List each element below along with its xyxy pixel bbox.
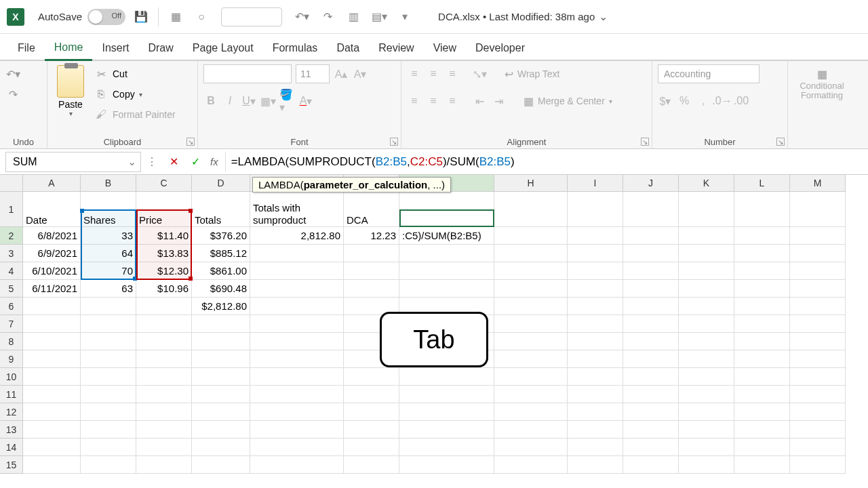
comma-icon[interactable]: , — [696, 94, 711, 108]
row-header[interactable]: 2 — [0, 227, 23, 245]
cell[interactable]: 6/8/2021 — [23, 227, 81, 245]
align-center-icon[interactable]: ≡ — [426, 94, 441, 108]
dialog-launcher-icon[interactable]: ↘ — [776, 138, 785, 146]
row-header[interactable]: 7 — [0, 315, 23, 333]
column-header[interactable]: H — [494, 175, 568, 192]
cell[interactable] — [734, 368, 790, 386]
cell[interactable]: Totals with sumproduct — [250, 192, 344, 227]
cell[interactable] — [494, 439, 568, 456]
cell[interactable] — [136, 315, 192, 333]
cell[interactable] — [494, 456, 568, 474]
row-header[interactable]: 3 — [0, 245, 23, 262]
cell[interactable] — [192, 456, 250, 474]
cell[interactable] — [23, 456, 81, 474]
cell[interactable] — [568, 456, 623, 474]
tab-file[interactable]: File — [8, 37, 45, 60]
cell[interactable] — [679, 262, 734, 280]
cell[interactable] — [790, 192, 846, 227]
tab-formulas[interactable]: Formulas — [263, 37, 328, 60]
cell[interactable] — [192, 350, 250, 368]
increase-font-icon[interactable]: A▴ — [334, 66, 349, 81]
cell[interactable]: Price — [136, 192, 192, 227]
cell[interactable]: DCA with LAMBDA — [399, 192, 494, 227]
cell[interactable] — [250, 386, 344, 403]
cell[interactable] — [81, 368, 136, 386]
cell[interactable] — [192, 368, 250, 386]
cell[interactable] — [81, 298, 136, 315]
undo-icon[interactable]: ↶▾ — [5, 66, 20, 81]
align-top-icon[interactable]: ≡ — [407, 66, 422, 81]
font-color-icon[interactable]: A▾ — [298, 94, 313, 108]
cell[interactable] — [23, 421, 81, 439]
row-header[interactable]: 9 — [0, 350, 23, 368]
cell[interactable] — [250, 403, 344, 421]
cell[interactable] — [136, 456, 192, 474]
cell[interactable] — [568, 386, 623, 403]
tab-data[interactable]: Data — [327, 37, 369, 60]
cell[interactable] — [344, 386, 399, 403]
cell[interactable] — [136, 386, 192, 403]
chevron-down-icon[interactable]: ▾ — [69, 110, 73, 117]
cell[interactable] — [790, 403, 846, 421]
cell[interactable] — [81, 315, 136, 333]
cell[interactable]: Shares — [81, 192, 136, 227]
cell[interactable]: $10.96 — [136, 280, 192, 298]
cell[interactable] — [250, 280, 344, 298]
cell[interactable] — [734, 333, 790, 350]
cell[interactable] — [623, 368, 679, 386]
cell[interactable]: 6/11/2021 — [23, 280, 81, 298]
cell[interactable] — [494, 262, 568, 280]
select-all-corner[interactable] — [0, 175, 23, 192]
cell[interactable] — [623, 280, 679, 298]
cell[interactable] — [679, 227, 734, 245]
cell[interactable] — [623, 262, 679, 280]
cell[interactable] — [568, 298, 623, 315]
cell[interactable]: 12.23 — [344, 227, 399, 245]
cell[interactable] — [623, 227, 679, 245]
cell[interactable] — [81, 456, 136, 474]
cell[interactable]: $861.00 — [192, 262, 250, 280]
dialog-launcher-icon[interactable]: ↘ — [390, 138, 398, 146]
cell[interactable] — [623, 315, 679, 333]
copy-button[interactable]: ⎘Copy▾ — [94, 84, 176, 104]
cell[interactable] — [568, 439, 623, 456]
cell[interactable] — [399, 245, 494, 262]
percent-icon[interactable]: % — [677, 94, 692, 108]
fx-icon[interactable]: fx — [210, 156, 218, 167]
cell[interactable] — [250, 245, 344, 262]
cell[interactable] — [734, 280, 790, 298]
cell[interactable] — [250, 262, 344, 280]
cell[interactable] — [494, 245, 568, 262]
bold-icon[interactable]: B — [203, 94, 218, 108]
row-header[interactable]: 12 — [0, 403, 23, 421]
cell[interactable] — [679, 333, 734, 350]
row-header[interactable]: 6 — [0, 298, 23, 315]
tab-draw[interactable]: Draw — [138, 37, 182, 60]
formula-input[interactable]: =LAMBDA(SUMPRODUCT(B2:B5,C2:C5)/SUM(B2:B… — [225, 152, 868, 172]
cell[interactable] — [399, 439, 494, 456]
cell[interactable] — [494, 368, 568, 386]
cell[interactable] — [568, 280, 623, 298]
cell[interactable]: 64 — [81, 245, 136, 262]
cell[interactable] — [623, 333, 679, 350]
qat-icon-2[interactable]: ○ — [191, 7, 212, 27]
decrease-decimal-icon[interactable]: .00 — [734, 94, 749, 108]
cell[interactable] — [790, 298, 846, 315]
cell[interactable] — [568, 245, 623, 262]
cell[interactable] — [790, 245, 846, 262]
cell[interactable] — [679, 456, 734, 474]
cell[interactable] — [734, 315, 790, 333]
row-header[interactable]: 4 — [0, 262, 23, 280]
cell[interactable] — [568, 350, 623, 368]
cell[interactable] — [399, 280, 494, 298]
wrap-text-button[interactable]: ↩Wrap Text — [505, 68, 560, 81]
cell[interactable] — [790, 333, 846, 350]
cell[interactable] — [679, 421, 734, 439]
cell[interactable] — [568, 368, 623, 386]
cell[interactable] — [192, 439, 250, 456]
undo-icon[interactable]: ↶▾ — [292, 7, 312, 27]
number-format-dropdown[interactable]: Accounting — [658, 64, 760, 83]
cell[interactable] — [568, 192, 623, 227]
align-middle-icon[interactable]: ≡ — [426, 66, 441, 81]
cell[interactable] — [136, 350, 192, 368]
